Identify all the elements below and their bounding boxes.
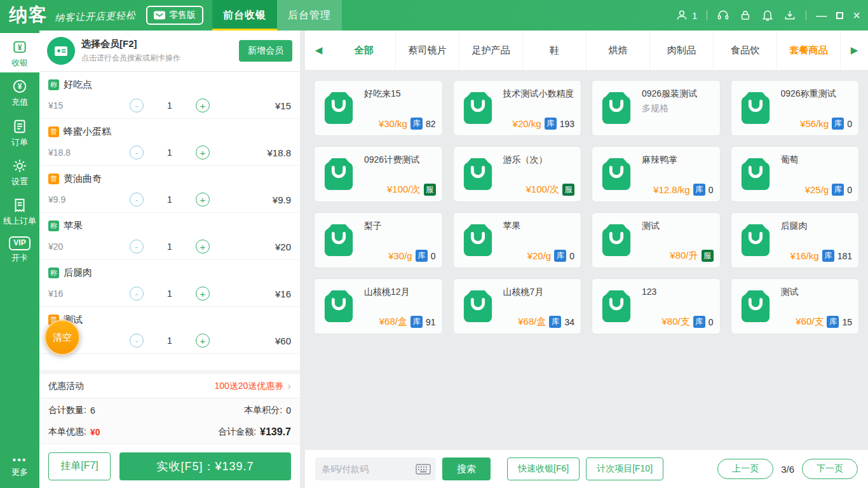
tab-front-cashier[interactable]: 前台收银 [212,0,277,30]
categories-next-button[interactable]: ▶ [841,30,868,70]
total-value: ¥139.7 [260,426,291,438]
cart-item[interactable]: 普 蜂蜜小蛋糕 ¥18.8 - 1 + ¥18.8 [39,119,300,166]
maximize-button[interactable] [836,12,843,19]
notifications-button[interactable] [761,9,774,22]
edition-badge-button[interactable]: 零售版 [146,6,203,25]
product-card[interactable]: 葡萄 ¥25/g库0 [731,146,860,202]
category-tab[interactable]: 足护产品 [459,30,523,70]
product-card[interactable]: 游乐（次） ¥100/次服 [453,146,582,202]
shopping-bag-icon [740,90,771,126]
product-card[interactable]: 技术测试小数精度 ¥20/kg库193 [453,80,582,136]
category-tab[interactable]: 套餐商品 [777,30,841,70]
stock-count: 34 [564,317,574,327]
product-card[interactable]: 123 ¥80/支库0 [592,278,721,334]
qty-value: 6 [90,405,95,416]
minimize-button[interactable]: — [816,10,827,21]
promo-row[interactable]: 优惠活动 100送20送优惠券 › [39,370,300,398]
svg-text:¥: ¥ [18,43,22,52]
product-card[interactable]: 测试 ¥80/升服 [592,212,721,268]
category-tab[interactable]: 全部 [332,30,396,70]
search-button[interactable]: 搜索 [442,458,491,480]
increase-qty-button[interactable]: + [196,287,210,301]
keyboard-icon[interactable] [416,464,431,475]
lock-button[interactable] [739,9,752,22]
decrease-qty-button[interactable]: - [130,146,144,159]
user-count: 1 [692,10,697,21]
product-card[interactable]: 麻辣鸭掌 ¥12.8/kg库0 [592,146,721,202]
decrease-qty-button[interactable]: - [130,287,144,301]
category-tab[interactable]: 蔡司镜片 [396,30,459,70]
decrease-qty-button[interactable]: - [130,98,144,112]
quick-cashier-button[interactable]: 快速收银[F6] [507,458,580,480]
item-type-badge: 普 [48,173,59,184]
stock-type-badge: 库 [416,250,428,262]
product-card[interactable]: 后腿肉 ¥16/kg库181 [731,212,860,268]
item-type-badge: 普 [48,126,59,137]
decrease-qty-button[interactable]: - [130,334,144,348]
product-card[interactable]: 好吃来15 ¥30/kg库82 [314,80,443,136]
product-name: 葡萄 [781,153,853,166]
product-card[interactable]: 苹果 ¥20/g库0 [453,212,582,268]
sidebar-item-settings[interactable]: 设置 [0,152,39,191]
tab-back-manage[interactable]: 后台管理 [277,0,342,30]
increase-qty-button[interactable]: + [196,193,210,207]
next-page-button[interactable]: 下一页 [802,459,858,479]
product-card[interactable]: 0926计费测试 ¥100/次服 [314,146,443,202]
member-select-bar[interactable]: 选择会员[F2] 点击进行会员搜索或刷卡操作 新增会员 [39,30,300,72]
product-card[interactable]: 测试 ¥60/支库15 [731,278,860,334]
sidebar-item-cashier[interactable]: ¥ 收银 [0,33,39,72]
category-tab[interactable]: 烘焙 [587,30,650,70]
shopping-bag-icon [323,90,355,126]
barcode-input[interactable] [322,464,416,474]
discount-value: ¥0 [90,427,100,437]
lock-icon [739,9,752,22]
product-name: 测试 [781,285,853,298]
categories-prev-button[interactable]: ◀ [305,30,332,70]
product-grid: 好吃来15 ¥30/kg库82 技术测试小数精度 [305,70,868,450]
sidebar-item-more[interactable]: ••• 更多 [0,451,39,482]
increase-qty-button[interactable]: + [196,240,210,254]
product-card[interactable]: 梨子 ¥30/g库0 [314,212,443,268]
vip-icon: VIP [9,236,30,250]
support-headset-button[interactable] [717,9,729,22]
category-tab[interactable]: 鞋 [523,30,587,70]
product-card[interactable]: 山核桃7月 ¥68/盒库34 [453,278,582,334]
item-unit-price: ¥16 [48,288,103,299]
product-name: 游乐（次） [503,153,575,166]
add-member-button[interactable]: 新增会员 [239,40,292,62]
prev-page-button[interactable]: 上一页 [717,459,773,479]
item-total: ¥16 [236,288,291,299]
count-item-button[interactable]: 计次项目[F10] [586,458,663,480]
close-button[interactable]: × [853,9,860,22]
increase-qty-button[interactable]: + [196,98,210,112]
item-type-badge: 称 [48,220,59,231]
product-card[interactable]: 0926称重测试 ¥56/kg库0 [731,80,860,136]
product-name: 测试 [642,219,714,232]
clear-cart-button[interactable]: 清空 [44,320,80,355]
user-icon [675,9,688,22]
cart-item[interactable]: 称 好吃点 ¥15 - 1 + ¥15 [39,72,300,119]
hold-order-button[interactable]: 挂单[F7] [48,452,111,480]
cart-item[interactable]: 称 苹果 ¥20 - 1 + ¥20 [39,213,300,260]
checkout-button[interactable]: 实收[F5]：¥139.7 [119,452,291,480]
download-button[interactable] [783,9,796,22]
increase-qty-button[interactable]: + [196,334,210,348]
decrease-qty-button[interactable]: - [130,240,144,254]
category-tab[interactable]: 食品饮 [714,30,777,70]
sidebar-item-recharge[interactable]: ¥ 充值 [0,72,39,112]
increase-qty-button[interactable]: + [196,146,210,159]
product-card[interactable]: 山核桃12月 ¥68/盒库91 [314,278,443,334]
decrease-qty-button[interactable]: - [130,193,144,207]
product-price: ¥20/g [527,250,552,261]
discount-label: 本单优惠: [48,426,86,438]
sidebar-item-orders[interactable]: 订单 [0,112,39,152]
cart-item[interactable]: 普 黄油曲奇 ¥9.9 - 1 + ¥9.9 [39,166,300,213]
sidebar-item-online-orders[interactable]: 线上订单 [0,191,39,231]
product-name: 梨子 [364,219,436,232]
user-button[interactable]: 1 [675,9,697,22]
cart-item[interactable]: 称 后腿肉 ¥16 - 1 + ¥16 [39,260,300,307]
product-name: 山核桃12月 [364,285,436,298]
category-tab[interactable]: 肉制品 [650,30,714,70]
product-card[interactable]: 0926服装测试 多规格 [592,80,721,136]
sidebar-item-vip-card[interactable]: VIP 开卡 [0,231,39,267]
